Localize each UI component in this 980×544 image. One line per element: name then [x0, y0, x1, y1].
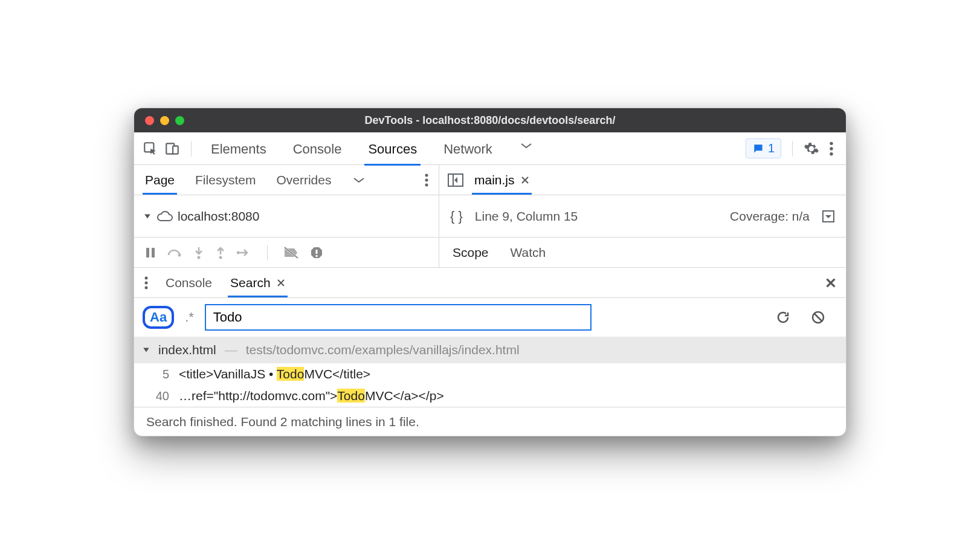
- file-tree[interactable]: localhost:8080: [134, 195, 439, 237]
- tab-sources[interactable]: Sources: [366, 134, 419, 163]
- drawer-tabs: Console Search: [134, 268, 846, 298]
- settings-icon[interactable]: [804, 141, 819, 157]
- line-number: 40: [145, 389, 169, 403]
- svg-rect-11: [146, 248, 149, 257]
- file-tab-label: main.js: [474, 173, 515, 187]
- svg-point-21: [145, 286, 148, 289]
- main-toolbar: Elements Console Sources Network 1: [134, 132, 846, 165]
- tab-page[interactable]: Page: [144, 167, 176, 193]
- svg-point-8: [425, 183, 428, 186]
- drawer-tab-search[interactable]: Search: [229, 270, 286, 296]
- editor-status: { } Line 9, Column 15 Coverage: n/a: [439, 195, 846, 237]
- result-filename: index.html: [158, 343, 216, 357]
- step-into-icon[interactable]: [193, 246, 204, 259]
- svg-point-15: [219, 256, 222, 259]
- result-file-header[interactable]: index.html — tests/todomvc.com/examples/…: [134, 337, 846, 363]
- search-input[interactable]: [205, 304, 592, 331]
- status-bar: Search finished. Found 2 matching lines …: [134, 407, 846, 436]
- svg-point-19: [145, 276, 148, 279]
- sources-split: Page Filesystem Overrides localhost:8080: [134, 165, 846, 238]
- feedback-button[interactable]: 1: [746, 138, 781, 158]
- deactivate-breakpoints-icon[interactable]: [283, 246, 299, 259]
- tree-expand-icon[interactable]: [144, 213, 151, 220]
- tab-filesystem[interactable]: Filesystem: [194, 167, 257, 193]
- separator: [191, 141, 192, 157]
- separator: [267, 245, 268, 261]
- close-drawer-icon[interactable]: [825, 277, 836, 288]
- titlebar: DevTools - localhost:8080/docs/devtools/…: [134, 108, 846, 132]
- pause-exceptions-icon[interactable]: [310, 246, 323, 259]
- inspect-element-icon[interactable]: [143, 141, 158, 157]
- cursor-position: Line 9, Column 15: [475, 209, 578, 224]
- tab-watch[interactable]: Watch: [511, 245, 546, 260]
- drawer-tab-console[interactable]: Console: [164, 270, 213, 296]
- navigator-tabs: Page Filesystem Overrides: [134, 165, 439, 195]
- panel-tabs: Elements Console Sources Network: [208, 134, 536, 163]
- pretty-print-icon[interactable]: { }: [450, 209, 463, 224]
- navigator-menu-icon[interactable]: [424, 173, 429, 187]
- tab-elements[interactable]: Elements: [208, 134, 269, 163]
- result-filepath: tests/todomvc.com/examples/vanillajs/ind…: [246, 343, 520, 357]
- tree-expand-icon[interactable]: [143, 346, 150, 354]
- result-line[interactable]: 40…ref="http://todomvc.com">TodoMVC</a><…: [134, 385, 846, 407]
- device-toggle-icon[interactable]: [164, 141, 180, 157]
- svg-point-7: [425, 178, 428, 181]
- line-text: <title>VanillaJS • TodoMVC</title>: [179, 367, 370, 381]
- toggle-navigator-icon[interactable]: [448, 173, 463, 187]
- coverage-label: Coverage: n/a: [730, 209, 810, 224]
- tab-network[interactable]: Network: [441, 134, 495, 163]
- file-tab-main-js[interactable]: main.js: [472, 167, 532, 193]
- cloud-icon: [156, 210, 173, 223]
- zoom-window-button[interactable]: [175, 116, 184, 125]
- feedback-count: 1: [768, 141, 775, 155]
- minimize-window-button[interactable]: [160, 116, 169, 125]
- search-controls: Aa .*: [134, 298, 846, 337]
- svg-point-20: [145, 281, 148, 284]
- close-window-button[interactable]: [145, 116, 154, 125]
- tree-host-label: localhost:8080: [178, 209, 259, 224]
- editor-pane: main.js { } Line 9, Column 15 Coverage: …: [439, 165, 846, 237]
- navigator-pane: Page Filesystem Overrides localhost:8080: [134, 165, 439, 237]
- drawer-menu-icon[interactable]: [144, 276, 149, 290]
- svg-point-16: [237, 251, 240, 254]
- svg-point-3: [830, 141, 833, 144]
- status-text: Search finished. Found 2 matching lines …: [146, 415, 419, 429]
- match-case-toggle[interactable]: Aa: [143, 306, 174, 329]
- line-text: …ref="http://todomvc.com">TodoMVC</a></p…: [179, 389, 444, 403]
- svg-rect-2: [173, 146, 178, 154]
- step-over-icon[interactable]: [167, 247, 182, 259]
- debugger-toolbar: Scope Watch: [134, 238, 846, 268]
- search-results: index.html — tests/todomvc.com/examples/…: [134, 337, 846, 407]
- step-icon[interactable]: [237, 247, 251, 258]
- kebab-menu-icon[interactable]: [825, 141, 837, 157]
- refresh-icon[interactable]: [776, 310, 790, 325]
- svg-rect-18: [316, 255, 318, 257]
- more-tabs-icon[interactable]: [517, 134, 536, 163]
- clear-icon[interactable]: [811, 310, 825, 325]
- svg-point-13: [178, 253, 181, 256]
- window-title: DevTools - localhost:8080/docs/devtools/…: [134, 114, 846, 127]
- svg-point-14: [198, 256, 201, 259]
- editor-tabs: main.js: [439, 165, 846, 195]
- svg-point-4: [830, 147, 833, 150]
- svg-point-5: [830, 152, 833, 155]
- svg-rect-17: [316, 250, 318, 254]
- tab-console[interactable]: Console: [291, 134, 344, 163]
- devtools-window: DevTools - localhost:8080/docs/devtools/…: [134, 108, 846, 436]
- regex-toggle[interactable]: .*: [182, 309, 196, 325]
- coverage-menu-icon[interactable]: [822, 210, 835, 223]
- result-line[interactable]: 5<title>VanillaJS • TodoMVC</title>: [134, 363, 846, 385]
- tab-scope[interactable]: Scope: [453, 245, 489, 260]
- pause-icon[interactable]: [145, 247, 156, 259]
- tab-overrides[interactable]: Overrides: [275, 167, 332, 193]
- close-tab-icon[interactable]: [521, 176, 529, 184]
- svg-point-6: [425, 173, 428, 176]
- separator: [792, 141, 793, 157]
- svg-rect-12: [152, 248, 155, 257]
- window-controls: [134, 116, 184, 125]
- drawer-tab-search-label: Search: [230, 276, 271, 290]
- step-out-icon[interactable]: [215, 246, 226, 259]
- navigator-more-icon[interactable]: [350, 170, 367, 190]
- line-number: 5: [145, 368, 169, 381]
- close-drawer-tab-icon[interactable]: [277, 279, 285, 287]
